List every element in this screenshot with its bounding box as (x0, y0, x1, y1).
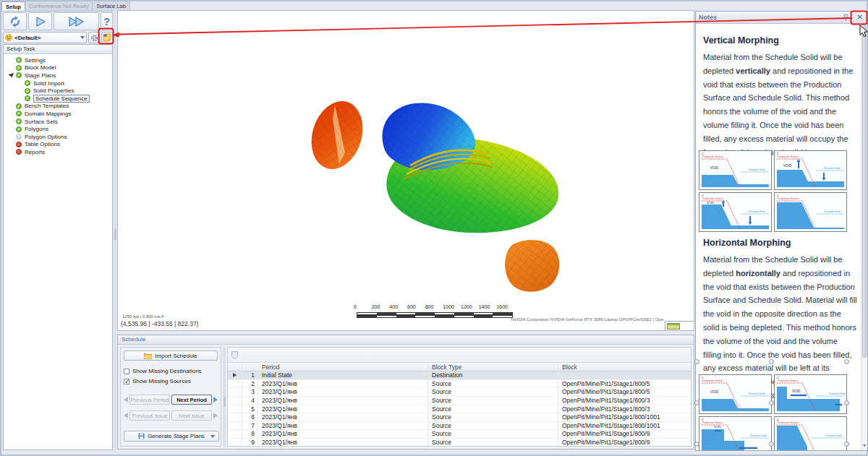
selection-handle[interactable] (769, 359, 774, 364)
app-window: Setup Conformance Not Ready Surface Lab (0, 0, 868, 456)
selection-handle[interactable] (844, 400, 849, 405)
previous-issue-button[interactable]: Previous Issue (129, 410, 170, 421)
table-row[interactable]: 62023/Q1/янвSourceOpenPit/Mine/Pit1/Stag… (228, 413, 691, 422)
table-row[interactable]: 72023/Q1/янвSourceOpenPit/Mine/Pit1/Stag… (228, 422, 691, 431)
svg-text:Production Surface: Production Surface (702, 155, 723, 158)
setup-task-title: Setup Task (4, 45, 112, 54)
checkbox-checked[interactable] (124, 379, 129, 384)
close-icon[interactable]: ✕ (856, 14, 864, 21)
tree-item-block-model[interactable]: ✓Block Model (4, 64, 112, 72)
svg-text:Production Surface: Production Surface (778, 421, 799, 424)
scrollbar-thumb[interactable] (862, 25, 867, 358)
table-row[interactable]: 1Initial StateDestination (228, 371, 691, 380)
table-row[interactable]: 22023/Q1/янвSourceOpenPit/Mine/Pit1/Stag… (228, 380, 691, 389)
chevron-down-icon[interactable] (210, 435, 215, 438)
selection-handle[interactable] (769, 442, 774, 447)
figure-horizontal-1: 1 Schedule Solid Production Surface VOID (699, 374, 772, 414)
selection-handle[interactable] (844, 442, 849, 447)
selection-handle[interactable] (694, 400, 699, 405)
tree-item-surface-sets[interactable]: ✓Surface Sets (4, 118, 112, 126)
table-row[interactable]: 82023/Q1/янвSourceOpenPit/Mine/Pit1/Stag… (228, 430, 691, 439)
scale-tick: 600 (407, 304, 425, 309)
figure-vertical-2: 2 Schedule Solid Production Surface VOID (774, 150, 847, 190)
next-issue-button[interactable]: Next Issue (171, 410, 212, 421)
horizontal-figures[interactable]: 1 Schedule Solid Production Surface VOID… (699, 374, 848, 450)
blocked-icon: − (16, 142, 22, 147)
chevron-down-icon (80, 36, 85, 39)
table-row[interactable]: 92023/Q1/янвSourceOpenPit/Mine/Pit1/Stag… (228, 439, 691, 447)
check-icon: ✓ (16, 111, 22, 116)
col-block[interactable]: Block (558, 363, 691, 371)
coordinates-readout: (4,535.96 | -433.55 | 822.37) (121, 320, 198, 327)
scrollbar-down-button[interactable] (862, 442, 867, 449)
table-row[interactable]: 52023/Q1/янвSourceOpenPit/Mine/Pit1/Stag… (228, 405, 691, 413)
notes-button[interactable] (101, 32, 113, 43)
scale-tick: 200 (372, 304, 390, 309)
gpu-info: NVIDIA Corporation NVIDIA GeForce RTX 30… (511, 317, 663, 322)
svg-text:Production Surface: Production Surface (778, 155, 799, 158)
notes-header[interactable]: Notes ✕ (696, 12, 867, 24)
tree-item-settings[interactable]: ✓Settings (4, 56, 112, 64)
schedule-table-toolbar (228, 348, 691, 363)
viewport-3d[interactable]: 02004006008001000120014001600 1250 fps |… (117, 10, 694, 331)
tree-item-reports[interactable]: −Reports (4, 148, 112, 156)
tree-item-bench-templates[interactable]: ✓Bench Templates (4, 103, 112, 111)
pin-icon[interactable] (842, 14, 850, 22)
collapse-arrow-icon[interactable] (8, 73, 14, 78)
check-icon: ✓ (16, 119, 22, 124)
col-block-type[interactable]: Block Type (428, 363, 558, 371)
settings-button[interactable] (88, 32, 100, 43)
notes-content: Vertical Morphing Material from the Sche… (696, 24, 861, 450)
table-row[interactable]: 32023/Q1/янвSourceOpenPit/Mine/Pit1/Stag… (228, 388, 691, 397)
next-period-button[interactable]: Next Period (171, 395, 212, 405)
tree-item-domain-mappings[interactable]: ✓Domain Mappings (4, 110, 112, 118)
tree-item-polygon-options[interactable]: Polygon Options (4, 133, 112, 141)
tree-item-solid-import[interactable]: ✓Solid Import (4, 79, 112, 87)
refresh-icon (9, 15, 22, 28)
selection-handle[interactable] (769, 400, 774, 405)
previous-period-button[interactable]: Previous Period (129, 395, 170, 405)
tab-setup[interactable]: Setup (1, 1, 25, 11)
svg-text:VOID: VOID (792, 390, 801, 393)
tree-item-solid-properties[interactable]: ✓Solid Properties (4, 87, 112, 95)
setup-task-tree: ✓Settings ✓Block Model ✓Stage Plans ✓Sol… (4, 54, 112, 156)
generate-stage-plans-button[interactable]: Generate Stage Plans (124, 431, 219, 442)
run-button[interactable] (28, 12, 52, 30)
schedule-panel-title: Schedule (118, 335, 694, 345)
schedule-table: Period Block Type Block 1Initial StateDe… (227, 347, 692, 447)
tree-item-schedule-sequence[interactable]: ✓Schedule Sequence (4, 95, 112, 103)
profile-dropdown[interactable]: <Default> (3, 32, 87, 43)
tree-item-polygons[interactable]: ✓Polygons (4, 125, 112, 133)
svg-text:Production Surface: Production Surface (778, 197, 799, 200)
import-schedule-button[interactable]: Import Schedule (124, 350, 218, 361)
svg-text:VOID: VOID (710, 166, 719, 170)
help-icon: ? (103, 15, 110, 27)
folder-icon (144, 353, 152, 359)
selection-handle[interactable] (694, 359, 699, 364)
tree-item-stage-plans[interactable]: ✓Stage Plans (4, 72, 112, 79)
notes-title: Notes (699, 14, 717, 21)
col-period[interactable]: Period (258, 363, 428, 371)
pending-icon (16, 134, 22, 139)
scale-tick: 1000 (443, 304, 461, 309)
checkbox-unchecked[interactable] (124, 369, 129, 374)
svg-text:VOID: VOID (710, 390, 719, 394)
svg-text:VOID: VOID (707, 201, 714, 205)
schedule-splitter-grip[interactable] (224, 397, 226, 407)
check-icon: ✓ (16, 126, 22, 132)
show-missing-sources-row[interactable]: Show Missing Sources (124, 378, 218, 384)
svg-text:Schedule Solid: Schedule Solid (749, 210, 765, 213)
selection-handle[interactable] (844, 359, 849, 364)
show-missing-destinations-row[interactable]: Show Missing Destinations (124, 368, 218, 374)
run-all-button[interactable] (54, 12, 99, 30)
figure-vertical-4: 4 Schedule Solid Production Surface (774, 192, 847, 232)
refresh-button[interactable] (3, 12, 27, 30)
help-button[interactable]: ? (101, 12, 113, 30)
sidebar-splitter-grip[interactable] (114, 228, 116, 240)
tab-conformance[interactable]: Conformance Not Ready (25, 1, 93, 11)
notes-scrollbar[interactable] (861, 24, 867, 450)
next-arrow-icon[interactable] (213, 397, 218, 403)
tree-item-table-options[interactable]: −Table Options (4, 141, 112, 149)
table-row[interactable]: 42023/Q1/янвSourceOpenPit/Mine/Pit1/Stag… (228, 397, 691, 405)
selection-handle[interactable] (694, 442, 699, 447)
